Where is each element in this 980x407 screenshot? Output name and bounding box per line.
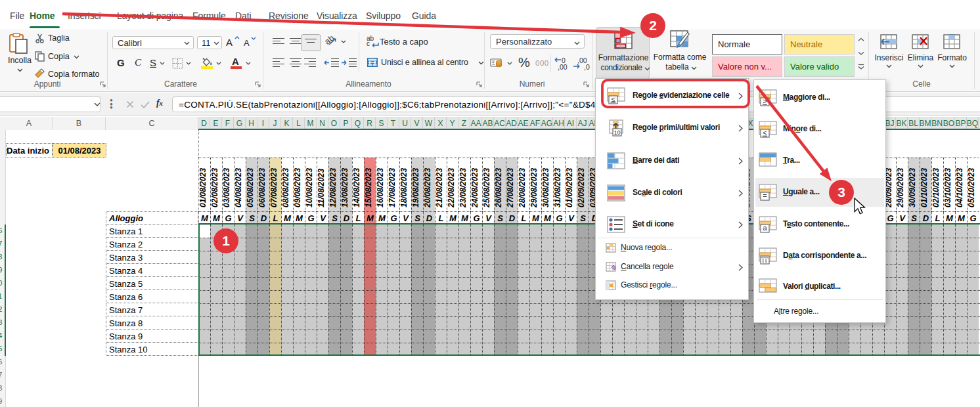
svg-text:>: > <box>763 97 767 105</box>
svg-text:<: < <box>763 129 767 137</box>
svg-text:=: = <box>763 192 767 200</box>
svg-text:a: a <box>763 223 767 231</box>
svg-text:10: 10 <box>613 129 620 136</box>
svg-text:≤: ≤ <box>611 95 615 103</box>
